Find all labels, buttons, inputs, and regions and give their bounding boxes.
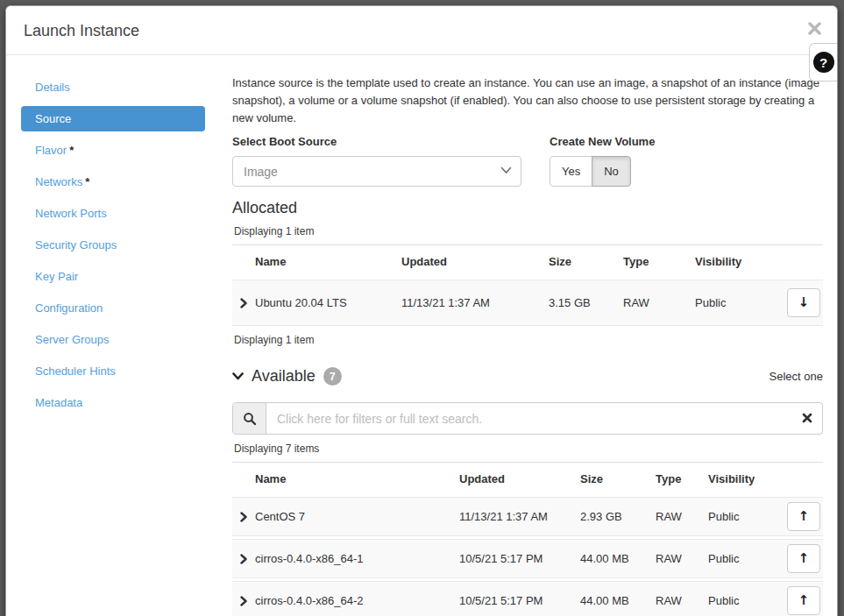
create-volume-field: Create New Volume Yes No <box>550 135 655 187</box>
allocated-count-top: Displaying 1 item <box>234 225 823 237</box>
sidebar-item-label: Network Ports <box>35 207 107 220</box>
search-addon <box>233 403 266 434</box>
available-count-badge: 7 <box>323 367 342 386</box>
page-title: Launch Instance <box>24 22 139 39</box>
required-marker: * <box>85 175 89 188</box>
cell-updated: 10/5/21 5:17 PM <box>459 552 580 565</box>
allocate-button[interactable]: ↑ <box>787 544 820 573</box>
cell-visibility: Public <box>708 552 781 565</box>
cell-size: 2.93 GB <box>580 510 656 523</box>
column-header-visibility: Visibility <box>695 255 781 268</box>
available-count: Displaying 7 items <box>234 443 823 455</box>
cell-type: RAW <box>656 510 708 523</box>
cell-visibility: Public <box>708 594 781 607</box>
column-header-name: Name <box>255 255 401 268</box>
boot-source-label: Select Boot Source <box>232 135 521 148</box>
clear-search-button[interactable] <box>800 411 814 428</box>
cell-size: 44.00 MB <box>580 594 656 607</box>
allocate-button[interactable]: ↑ <box>787 586 820 615</box>
modal-backdrop: { "dialog": { "title": "Launch Instance"… <box>0 0 844 616</box>
available-header-row: Available 7 Select one <box>232 367 823 386</box>
arrow-up-icon: ↑ <box>798 550 810 566</box>
required-marker: * <box>69 144 74 157</box>
wizard-nav: Details Source Flavor* Networks* Network… <box>6 55 218 616</box>
source-panel: Instance source is the template used to … <box>218 55 837 616</box>
create-volume-yes-button[interactable]: Yes <box>550 156 592 187</box>
sidebar-item-metadata[interactable]: Metadata <box>21 390 205 415</box>
column-header-size: Size <box>580 472 656 485</box>
sidebar-item-label: Configuration <box>35 301 103 315</box>
column-header-updated: Updated <box>401 255 549 268</box>
close-icon <box>808 22 821 35</box>
sidebar-item-label: Server Groups <box>35 333 110 346</box>
cell-type: RAW <box>656 594 708 607</box>
sidebar-item-flavor[interactable]: Flavor* <box>21 138 205 163</box>
table-row: Ubuntu 20.04 LTS 11/13/21 1:37 AM 3.15 G… <box>232 280 823 326</box>
sidebar-item-label: Details <box>35 81 70 94</box>
deallocate-button[interactable]: ↓ <box>787 288 820 317</box>
cell-updated: 11/13/21 1:37 AM <box>459 510 580 523</box>
arrow-up-icon: ↑ <box>798 508 810 524</box>
cell-updated: 11/13/21 1:37 AM <box>401 296 549 309</box>
column-header-name: Name <box>255 472 459 485</box>
dialog-header: Launch Instance <box>6 6 837 55</box>
search-bar <box>232 402 823 435</box>
arrow-up-icon: ↑ <box>798 592 810 608</box>
chevron-right-icon <box>240 596 247 606</box>
create-volume-no-button[interactable]: No <box>592 156 631 187</box>
cell-type: RAW <box>656 552 708 565</box>
close-button[interactable] <box>806 20 823 39</box>
allocated-count-bottom: Displaying 1 item <box>234 334 823 346</box>
boot-source-select[interactable]: Image <box>232 156 521 187</box>
expand-row-toggle[interactable] <box>232 512 255 522</box>
chevron-down-icon <box>232 372 244 380</box>
allocated-heading: Allocated <box>232 199 823 217</box>
sidebar-item-configuration[interactable]: Configuration <box>21 295 205 321</box>
sidebar-item-source[interactable]: Source <box>21 106 205 131</box>
sidebar-item-label: Metadata <box>35 396 82 409</box>
search-input[interactable] <box>266 403 822 434</box>
boot-source-field: Select Boot Source Image <box>232 135 521 187</box>
table-row: cirros-0.4.0-x86_64-2 10/5/21 5:17 PM 44… <box>232 581 823 616</box>
source-description: Instance source is the template used to … <box>232 74 825 127</box>
help-question-mark: ? <box>819 55 827 70</box>
launch-instance-dialog: Launch Instance ? Details Source Flavor*… <box>5 5 838 616</box>
help-button[interactable]: ? <box>809 43 837 81</box>
cell-type: RAW <box>623 296 695 309</box>
sidebar-item-networks[interactable]: Networks* <box>21 169 205 195</box>
allocate-button[interactable]: ↑ <box>787 502 820 531</box>
arrow-down-icon: ↓ <box>798 294 810 310</box>
sidebar-item-label: Scheduler Hints <box>35 365 116 378</box>
cell-updated: 10/5/21 5:17 PM <box>459 594 580 607</box>
sidebar-item-details[interactable]: Details <box>21 74 205 100</box>
sidebar-item-label: Key Pair <box>35 270 78 283</box>
sidebar-item-scheduler-hints[interactable]: Scheduler Hints <box>21 358 205 384</box>
select-one-hint: Select one <box>770 370 823 383</box>
dialog-body: Details Source Flavor* Networks* Network… <box>6 55 837 616</box>
cell-name: Ubuntu 20.04 LTS <box>255 296 401 309</box>
sidebar-item-label: Flavor <box>35 144 67 157</box>
cell-name: CentOS 7 <box>255 510 459 523</box>
chevron-right-icon <box>240 512 247 522</box>
cell-visibility: Public <box>695 296 781 309</box>
table-row: CentOS 7 11/13/21 1:37 AM 2.93 GB RAW Pu… <box>232 497 823 536</box>
sidebar-item-key-pair[interactable]: Key Pair <box>21 264 205 289</box>
expand-row-toggle[interactable] <box>232 554 255 564</box>
chevron-right-icon <box>240 554 247 564</box>
cell-size: 44.00 MB <box>580 552 656 565</box>
expand-row-toggle[interactable] <box>232 298 255 308</box>
expand-row-toggle[interactable] <box>232 596 255 606</box>
cell-size: 3.15 GB <box>549 296 623 309</box>
column-header-visibility: Visibility <box>708 472 781 485</box>
sidebar-item-label: Networks <box>35 175 82 188</box>
sidebar-item-network-ports[interactable]: Network Ports <box>21 201 205 226</box>
cell-visibility: Public <box>708 510 781 523</box>
sidebar-item-security-groups[interactable]: Security Groups <box>21 232 205 258</box>
sidebar-item-server-groups[interactable]: Server Groups <box>21 327 205 352</box>
available-collapse-toggle[interactable]: Available 7 <box>232 367 342 386</box>
boot-source-form-row: Select Boot Source Image Create New Volu… <box>232 135 823 187</box>
allocated-table-header: Name Updated Size Type Visibility <box>232 244 823 280</box>
sidebar-item-label: Security Groups <box>35 238 117 251</box>
column-header-size: Size <box>549 255 623 268</box>
search-icon <box>243 412 257 426</box>
